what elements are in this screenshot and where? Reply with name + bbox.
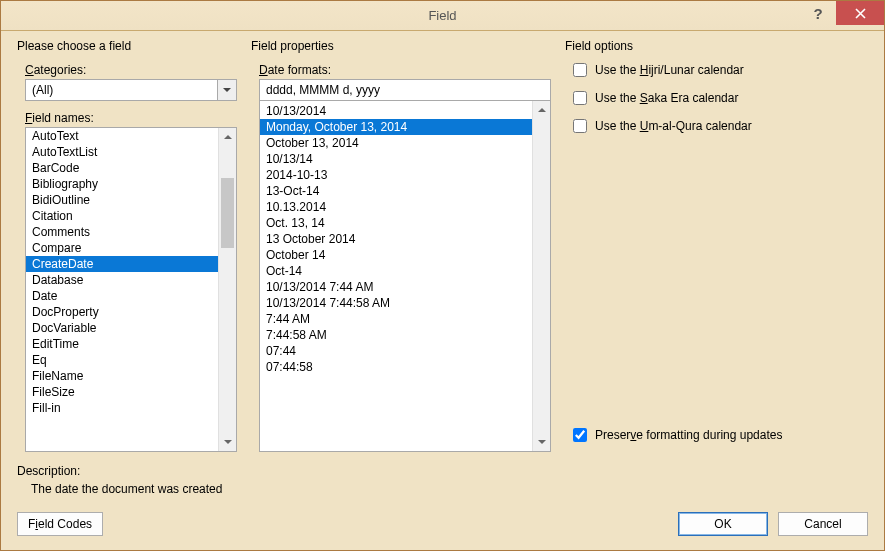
field-name-item[interactable]: FileName: [26, 368, 218, 384]
field-name-item[interactable]: Date: [26, 288, 218, 304]
date-format-item[interactable]: October 13, 2014: [260, 135, 532, 151]
chevron-down-icon: [223, 86, 231, 94]
saka-checkbox-row[interactable]: Use the Saka Era calendar: [573, 91, 868, 105]
date-format-item[interactable]: 10.13.2014: [260, 199, 532, 215]
description-section: Description: The date the document was c…: [17, 464, 868, 496]
date-formats-label: Date formats:: [259, 63, 551, 77]
field-name-item[interactable]: Eq: [26, 352, 218, 368]
date-format-item[interactable]: 7:44:58 AM: [260, 327, 532, 343]
field-options-panel: Field options Use the Hijri/Lunar calend…: [565, 39, 868, 452]
date-format-item[interactable]: 13-Oct-14: [260, 183, 532, 199]
hijri-label: Use the Hijri/Lunar calendar: [595, 63, 744, 77]
field-dialog: Field ? Please choose a field Categories…: [0, 0, 885, 551]
scroll-thumb[interactable]: [221, 178, 234, 248]
saka-checkbox[interactable]: [573, 91, 587, 105]
field-name-item[interactable]: BarCode: [26, 160, 218, 176]
date-format-item[interactable]: 13 October 2014: [260, 231, 532, 247]
field-name-item[interactable]: CreateDate: [26, 256, 218, 272]
description-text: The date the document was created: [31, 482, 868, 496]
field-codes-button[interactable]: Field Codes: [17, 512, 103, 536]
field-name-item[interactable]: Compare: [26, 240, 218, 256]
categories-dropdown-button[interactable]: [217, 79, 237, 101]
help-button[interactable]: ?: [800, 1, 836, 25]
categories-value: (All): [25, 79, 217, 101]
window-title: Field: [1, 8, 884, 23]
saka-label: Use the Saka Era calendar: [595, 91, 738, 105]
date-format-item[interactable]: 2014-10-13: [260, 167, 532, 183]
categories-label: Categories:: [25, 63, 237, 77]
scroll-up-icon[interactable]: [219, 128, 236, 146]
close-icon: [855, 8, 866, 19]
window-controls: ?: [800, 1, 884, 31]
umalqura-checkbox-row[interactable]: Use the Um-al-Qura calendar: [573, 119, 868, 133]
field-name-item[interactable]: Comments: [26, 224, 218, 240]
footer: Field Codes OK Cancel: [17, 512, 868, 538]
field-name-item[interactable]: FileSize: [26, 384, 218, 400]
field-name-item[interactable]: Database: [26, 272, 218, 288]
scroll-up-icon[interactable]: [533, 101, 550, 119]
close-button[interactable]: [836, 1, 884, 25]
preserve-checkbox-row[interactable]: Preserve formatting during updates: [573, 428, 868, 442]
date-format-item[interactable]: Monday, October 13, 2014: [260, 119, 532, 135]
columns: Please choose a field Categories: (All) …: [17, 39, 868, 452]
field-names-scrollbar[interactable]: [218, 128, 236, 451]
field-names-items: AutoTextAutoTextListBarCodeBibliographyB…: [26, 128, 218, 451]
hijri-checkbox-row[interactable]: Use the Hijri/Lunar calendar: [573, 63, 868, 77]
field-options-header: Field options: [565, 39, 868, 53]
preserve-row: Preserve formatting during updates: [565, 418, 868, 452]
date-format-item[interactable]: 10/13/2014: [260, 103, 532, 119]
dialog-content: Please choose a field Categories: (All) …: [1, 31, 884, 550]
umalqura-label: Use the Um-al-Qura calendar: [595, 119, 752, 133]
umalqura-checkbox[interactable]: [573, 119, 587, 133]
choose-field-panel: Please choose a field Categories: (All) …: [17, 39, 237, 452]
field-name-item[interactable]: AutoTextList: [26, 144, 218, 160]
date-format-item[interactable]: 10/13/2014 7:44 AM: [260, 279, 532, 295]
date-format-item[interactable]: Oct. 13, 14: [260, 215, 532, 231]
description-label: Description:: [17, 464, 868, 478]
date-format-item[interactable]: 07:44:58: [260, 359, 532, 375]
date-formats-listbox[interactable]: 10/13/2014Monday, October 13, 2014Octobe…: [259, 101, 551, 452]
scroll-down-icon[interactable]: [533, 433, 550, 451]
field-name-item[interactable]: Bibliography: [26, 176, 218, 192]
preserve-label: Preserve formatting during updates: [595, 428, 782, 442]
field-names-label: Field names:: [25, 111, 237, 125]
cancel-button[interactable]: Cancel: [778, 512, 868, 536]
date-format-item[interactable]: 07:44: [260, 343, 532, 359]
field-name-item[interactable]: DocVariable: [26, 320, 218, 336]
field-name-item[interactable]: Citation: [26, 208, 218, 224]
date-format-item[interactable]: 10/13/14: [260, 151, 532, 167]
categories-dropdown[interactable]: (All): [25, 79, 237, 101]
date-format-input[interactable]: dddd, MMMM d, yyyy: [259, 79, 551, 101]
field-name-item[interactable]: EditTime: [26, 336, 218, 352]
field-name-item[interactable]: BidiOutline: [26, 192, 218, 208]
formats-scrollbar[interactable]: [532, 101, 550, 451]
date-format-item[interactable]: Oct-14: [260, 263, 532, 279]
preserve-checkbox[interactable]: [573, 428, 587, 442]
field-name-item[interactable]: AutoText: [26, 128, 218, 144]
titlebar: Field ?: [1, 1, 884, 31]
scroll-down-icon[interactable]: [219, 433, 236, 451]
choose-field-header: Please choose a field: [17, 39, 237, 53]
hijri-checkbox[interactable]: [573, 63, 587, 77]
field-names-listbox[interactable]: AutoTextAutoTextListBarCodeBibliographyB…: [25, 127, 237, 452]
ok-button[interactable]: OK: [678, 512, 768, 536]
field-name-item[interactable]: DocProperty: [26, 304, 218, 320]
field-properties-header: Field properties: [251, 39, 551, 53]
field-name-item[interactable]: Fill-in: [26, 400, 218, 416]
date-format-item[interactable]: 10/13/2014 7:44:58 AM: [260, 295, 532, 311]
date-format-item[interactable]: 7:44 AM: [260, 311, 532, 327]
field-properties-panel: Field properties Date formats: dddd, MMM…: [251, 39, 551, 452]
date-format-item[interactable]: October 14: [260, 247, 532, 263]
date-formats-items: 10/13/2014Monday, October 13, 2014Octobe…: [260, 101, 532, 451]
